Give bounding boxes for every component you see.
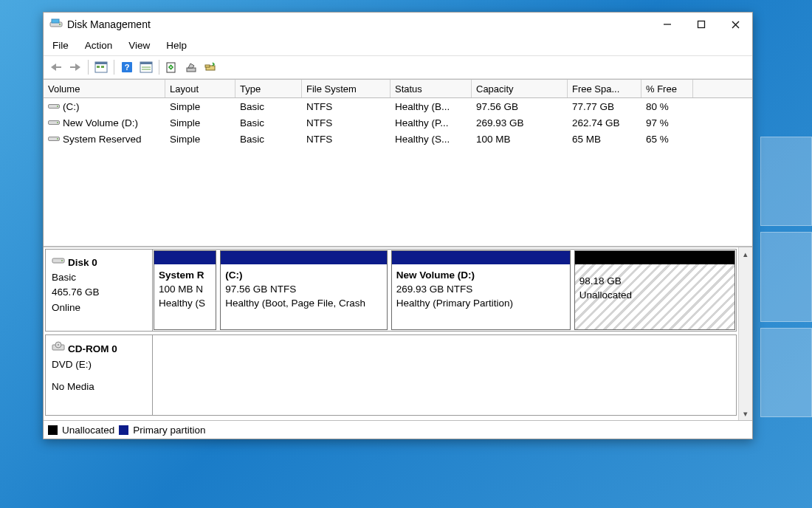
volume-row[interactable]: New Volume (D:)SimpleBasicNTFSHealthy (P…: [44, 114, 752, 131]
volume-list-header: Volume Layout Type File System Status Ca…: [44, 79, 752, 98]
svg-rect-2: [52, 19, 59, 23]
menu-file[interactable]: File: [47, 38, 76, 52]
partition-primary[interactable]: New Volume (D:)269.93 GB NTFSHealthy (Pr…: [391, 250, 571, 330]
graphical-view-pane: Disk 0 Basic 465.76 GB Online System R10…: [44, 246, 752, 420]
scroll-down-icon[interactable]: ▾: [743, 407, 748, 420]
action-button[interactable]: [201, 58, 220, 76]
col-pct-free[interactable]: % Free: [641, 80, 693, 97]
close-button[interactable]: [718, 13, 752, 36]
volume-list-body[interactable]: (C:)SimpleBasicNTFSHealthy (B...97.56 GB…: [44, 98, 752, 246]
refresh-button[interactable]: [162, 58, 182, 76]
back-button[interactable]: [47, 58, 66, 76]
svg-point-30: [61, 260, 63, 261]
svg-rect-12: [101, 66, 104, 68]
forward-button[interactable]: [66, 58, 85, 76]
maximize-button[interactable]: [684, 13, 718, 36]
partition-primary[interactable]: System R100 MB NHealthy (S: [154, 250, 216, 330]
volume-list-pane: Volume Layout Type File System Status Ca…: [44, 79, 752, 246]
svg-rect-19: [167, 63, 175, 72]
show-hide-tree-button[interactable]: [92, 58, 111, 76]
disk-row-disk0[interactable]: Disk 0 Basic 465.76 GB Online System R10…: [45, 249, 737, 332]
svg-rect-16: [140, 62, 152, 64]
disk-management-window: Disk Management File Action View Help: [43, 12, 753, 439]
col-volume[interactable]: Volume: [44, 80, 165, 97]
svg-rect-4: [698, 21, 705, 28]
col-capacity[interactable]: Capacity: [472, 80, 568, 97]
minimize-button[interactable]: [650, 13, 684, 36]
scroll-up-icon[interactable]: ▴: [743, 247, 748, 261]
disk-label-disk0: Disk 0 Basic 465.76 GB Online: [46, 250, 153, 331]
svg-rect-11: [97, 66, 100, 68]
legend: Unallocated Primary partition: [44, 420, 752, 439]
menubar: File Action View Help: [44, 36, 752, 55]
titlebar[interactable]: Disk Management: [44, 13, 752, 36]
svg-point-24: [57, 106, 58, 107]
disk-name: Disk 0: [68, 256, 97, 270]
window-title: Disk Management: [67, 18, 650, 30]
svg-text:?: ?: [125, 63, 130, 72]
menu-help[interactable]: Help: [160, 38, 194, 52]
toolbar: ?: [44, 55, 752, 79]
svg-point-33: [58, 344, 59, 346]
cdrom-icon: [52, 341, 65, 357]
graphical-scrollbar[interactable]: ▴ ▾: [738, 247, 752, 420]
legend-swatch-unallocated: [48, 425, 58, 435]
disk-label-cdrom0: CD-ROM 0 DVD (E:) No Media: [46, 335, 153, 415]
volume-row[interactable]: (C:)SimpleBasicNTFSHealthy (B...97.56 GB…: [44, 98, 752, 114]
help-button[interactable]: ?: [117, 58, 137, 76]
col-type[interactable]: Type: [235, 80, 302, 97]
disk-size: 465.76 GB: [52, 286, 146, 299]
svg-rect-22: [205, 65, 210, 67]
svg-point-1: [59, 24, 61, 25]
disk-row-cdrom0[interactable]: CD-ROM 0 DVD (E:) No Media: [45, 334, 737, 416]
legend-primary: Primary partition: [133, 425, 205, 436]
partition-primary[interactable]: (C:)97.56 GB NTFSHealthy (Boot, Page Fil…: [220, 250, 388, 330]
disk-icon: [52, 255, 65, 270]
settings-list-button[interactable]: [137, 58, 156, 76]
cdrom-type: DVD (E:): [52, 358, 146, 371]
app-icon: [49, 18, 63, 31]
menu-action[interactable]: Action: [79, 38, 120, 52]
disk-type: Basic: [52, 271, 146, 284]
svg-point-28: [57, 138, 58, 140]
disk-state: Online: [52, 301, 146, 315]
cdrom-partitions: [153, 335, 736, 415]
col-spacer: [693, 80, 752, 97]
col-free-space[interactable]: Free Spa...: [568, 80, 641, 97]
col-filesystem[interactable]: File System: [302, 80, 390, 97]
disk0-partitions: System R100 MB NHealthy (S (C:)97.56 GB …: [153, 250, 736, 331]
svg-rect-20: [187, 68, 196, 72]
col-status[interactable]: Status: [390, 80, 472, 97]
legend-swatch-primary: [119, 425, 128, 435]
cdrom-state: No Media: [52, 380, 146, 394]
legend-unallocated: Unallocated: [62, 425, 114, 436]
windows-logo-decor: [760, 137, 812, 417]
svg-point-26: [57, 122, 58, 123]
col-layout[interactable]: Layout: [165, 80, 235, 97]
partition-unallocated[interactable]: 98.18 GBUnallocated: [574, 250, 735, 330]
properties-button[interactable]: [182, 58, 201, 76]
cdrom-name: CD-ROM 0: [68, 343, 117, 356]
menu-view[interactable]: View: [123, 38, 157, 52]
svg-rect-10: [95, 62, 107, 64]
volume-row[interactable]: System ReservedSimpleBasicNTFSHealthy (S…: [44, 131, 752, 147]
